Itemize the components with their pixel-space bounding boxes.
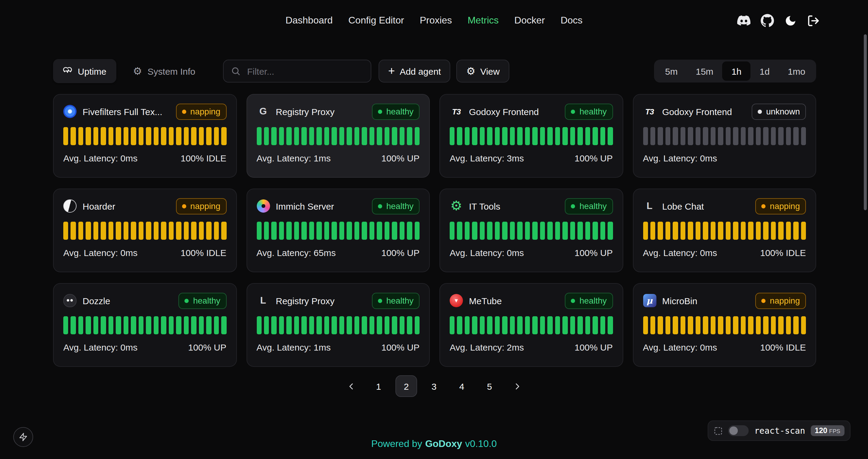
range-1mo[interactable]: 1mo [779,61,814,81]
uptime-bar [161,222,166,240]
service-card[interactable]: Fivefilters Full Tex...nappingAvg. Laten… [53,94,237,178]
card-header: LRegistry Proxyhealthy [256,292,420,309]
uptime-bar [726,127,731,145]
uptime-bar [370,222,375,240]
version-link[interactable]: v0.10.0 [465,438,497,449]
uptime-bar [309,222,314,240]
status-badge: napping [755,292,806,309]
card-footer: Avg. Latency: 65ms100% UP [256,248,420,258]
uptime-bar [465,127,470,145]
github-icon[interactable] [761,14,774,27]
uptime-bar [302,127,307,145]
uptime-bar [592,316,598,334]
uptime-bar [169,316,174,334]
brand-link[interactable]: GoDoxy [425,438,462,449]
uptime-bar [665,127,671,145]
view-button[interactable]: ⚙ View [457,60,509,83]
discord-icon[interactable] [737,14,750,27]
status-dot [182,109,186,113]
nav-item-metrics[interactable]: Metrics [467,15,498,26]
card-header: LLobe Chatnapping [643,198,806,215]
uptime-bar [472,222,477,240]
range-1h[interactable]: 1h [722,61,750,81]
uptime-bar [279,127,284,145]
status-text: healthy [580,201,607,211]
service-card[interactable]: GRegistry ProxyhealthyAvg. Latency: 1ms1… [246,94,430,178]
uptime-bar [711,222,716,240]
moon-icon[interactable] [784,14,797,27]
service-card[interactable]: ⚙IT ToolshealthyAvg. Latency: 0ms100% UP [439,189,623,272]
filter-input[interactable] [246,65,364,77]
service-card[interactable]: μMicroBinnappingAvg. Latency: 0ms100% ID… [632,283,816,367]
uptime-bar [532,127,538,145]
uptime-bar [384,127,390,145]
uptime-bar [146,222,151,240]
uptime-bar [570,316,575,334]
service-name: MeTube [469,295,502,306]
logout-icon[interactable] [807,14,820,27]
page-2[interactable]: 2 [396,375,417,397]
uptime-bars [643,127,806,145]
service-card[interactable]: HoardernappingAvg. Latency: 0ms100% IDLE [53,189,237,272]
uptime-bar [681,222,686,240]
next-page-button[interactable] [506,375,528,397]
t3-icon: T3 [450,105,463,118]
uptime-bar [643,316,648,334]
service-card[interactable]: ▼MeTubehealthyAvg. Latency: 2ms100% UP [439,283,623,367]
service-card[interactable]: Immich ServerhealthyAvg. Latency: 65ms10… [246,189,430,272]
uptime-bar [487,127,493,145]
nav-item-dashboard[interactable]: Dashboard [285,15,333,26]
uptime-bar [480,127,485,145]
page-3[interactable]: 3 [423,375,445,397]
range-5m[interactable]: 5m [656,61,687,81]
service-card[interactable]: T3Godoxy FrontendhealthyAvg. Latency: 3m… [439,94,623,178]
prev-page-button[interactable] [340,375,362,397]
uptime-bar [414,316,420,334]
service-card[interactable]: T3Godoxy FrontendunknownAvg. Latency: 0m… [632,94,816,178]
react-scan-toggle[interactable] [728,425,749,436]
uptime-bar [673,316,678,334]
uptime-bar [502,316,507,334]
uptime-bar [495,127,500,145]
card-footer: Avg. Latency: 0ms100% UP [450,248,613,258]
uptime-bar [570,127,575,145]
service-card[interactable]: LRegistry ProxyhealthyAvg. Latency: 1ms1… [246,283,430,367]
uptime-bar [377,316,382,334]
nav-item-docs[interactable]: Docs [561,15,583,26]
uptime-bar [279,316,284,334]
nav-item-proxies[interactable]: Proxies [420,15,452,26]
uptime-bar [592,222,598,240]
uptime-bar [643,222,648,240]
service-card[interactable]: DozzlehealthyAvg. Latency: 0ms100% UP [53,283,237,367]
range-1d[interactable]: 1d [750,61,778,81]
uptime-bar [154,222,159,240]
nav-item-config-editor[interactable]: Config Editor [348,15,404,26]
pagination: 12345 [0,375,868,397]
uptime-bar [370,127,375,145]
uptime-bar [108,127,114,145]
uptime-bar [264,222,269,240]
latency-label: Avg. Latency: 0ms [643,342,717,352]
page-4[interactable]: 4 [451,375,472,397]
add-agent-button[interactable]: + Add agent [378,60,451,83]
scrollbar[interactable] [864,34,867,210]
tab-uptime[interactable]: Uptime [53,59,116,83]
uptime-bar [578,127,583,145]
filter-box [223,60,371,83]
uptime-bar [309,127,314,145]
status-dot [571,298,575,303]
nav-item-docker[interactable]: Docker [515,15,545,26]
range-15m[interactable]: 15m [687,61,722,81]
uptime-bar [324,222,330,240]
tab-system-info[interactable]: ⚙ System Info [123,59,205,83]
uptime-bar [154,127,159,145]
uptime-bar [480,316,485,334]
uptime-bar [756,316,761,334]
uptime-bar [548,316,553,334]
service-name: Immich Server [276,201,334,211]
service-card[interactable]: LLobe ChatnappingAvg. Latency: 0ms100% I… [632,189,816,272]
card-footer: Avg. Latency: 1ms100% UP [256,153,420,163]
inspect-icon[interactable] [714,426,723,435]
page-5[interactable]: 5 [478,375,500,397]
page-1[interactable]: 1 [368,375,390,397]
